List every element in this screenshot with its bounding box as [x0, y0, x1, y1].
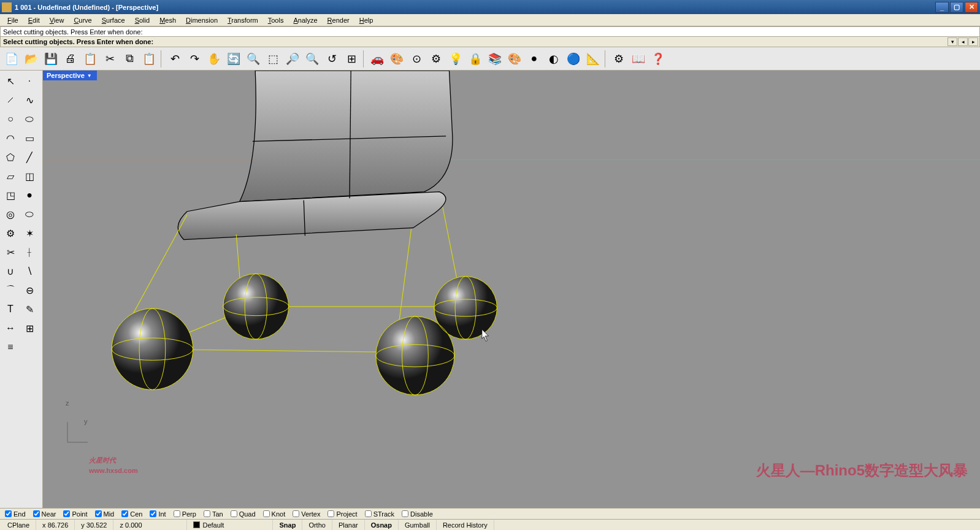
fillet-icon[interactable]: ⌒ — [1, 281, 20, 299]
cmd-dropdown-button[interactable]: ▾ — [947, 37, 957, 46]
menu-surface[interactable]: Surface — [97, 15, 130, 25]
sphere-icon[interactable]: ● — [20, 186, 39, 204]
lock-icon[interactable]: 🔒 — [466, 50, 484, 68]
layers-icon[interactable]: ≡ — [1, 338, 20, 356]
annotate-icon[interactable]: ✎ — [20, 300, 39, 318]
render-icon[interactable]: 🎨 — [388, 50, 406, 68]
menu-solid[interactable]: Solid — [130, 15, 155, 25]
curve-icon[interactable]: ∿ — [20, 91, 39, 109]
osnap-quad[interactable]: Quad — [231, 510, 256, 518]
pan-icon[interactable]: ✋ — [205, 50, 223, 68]
close-button[interactable]: ✕ — [965, 2, 978, 13]
arc-icon[interactable]: ◠ — [1, 129, 20, 147]
boolean-diff-icon[interactable]: ∖ — [20, 262, 39, 280]
trim-icon[interactable]: ✂ — [1, 243, 20, 261]
menu-mesh[interactable]: Mesh — [155, 15, 181, 25]
point-icon[interactable]: · — [20, 72, 39, 90]
cut-icon[interactable]: ✂ — [101, 50, 119, 68]
menu-render[interactable]: Render — [323, 15, 354, 25]
osnap-end[interactable]: End — [5, 510, 26, 518]
menu-curve[interactable]: Curve — [69, 15, 96, 25]
save-icon[interactable]: 💾 — [42, 50, 60, 68]
question-icon[interactable]: ❓ — [649, 50, 667, 68]
polyline-icon[interactable]: ⟋ — [1, 91, 20, 109]
viewport[interactable]: Perspective ▼ — [43, 71, 980, 508]
menu-dimension[interactable]: Dimension — [181, 15, 223, 25]
help-icon[interactable]: 📖 — [629, 50, 648, 68]
osnap-int[interactable]: Int — [150, 510, 166, 518]
explode-icon[interactable]: ✶ — [20, 224, 39, 242]
rectangle-icon[interactable]: ▭ — [20, 129, 39, 147]
pointer-icon[interactable]: ↖ — [1, 72, 20, 90]
osnap-strack[interactable]: STrack — [365, 510, 394, 518]
zoom-extents-icon[interactable]: 🔎 — [283, 50, 302, 68]
circle-icon[interactable]: ○ — [1, 110, 20, 128]
zoom-icon[interactable]: 🔍 — [244, 50, 262, 68]
new-icon[interactable]: 📄 — [2, 50, 21, 68]
options-icon[interactable]: ⚙ — [427, 50, 445, 68]
text-icon[interactable]: T — [1, 300, 20, 318]
dimension-icon[interactable]: ↔ — [1, 319, 20, 337]
pipe-icon[interactable]: ⬭ — [20, 205, 39, 223]
osnap-cen[interactable]: Cen — [121, 510, 142, 518]
polygon-icon[interactable]: ⬠ — [1, 148, 20, 166]
shade-render-icon[interactable]: 🔵 — [564, 50, 583, 68]
copy-icon[interactable]: ⧉ — [120, 50, 139, 68]
properties-icon[interactable]: 📐 — [584, 50, 602, 68]
menu-help[interactable]: Help — [354, 15, 378, 25]
four-view-icon[interactable]: ⊞ — [342, 50, 361, 68]
rotate-view-icon[interactable]: 🔄 — [224, 50, 243, 68]
zoom-sel-icon[interactable]: 🔍 — [303, 50, 321, 68]
osnap-tan[interactable]: Tan — [204, 510, 223, 518]
grid-icon[interactable]: ⊞ — [20, 319, 39, 337]
viewport-label[interactable]: Perspective ▼ — [43, 71, 97, 80]
menu-view[interactable]: View — [45, 15, 69, 25]
status-snap[interactable]: Snap — [273, 520, 302, 530]
extrude-icon[interactable]: ◫ — [20, 167, 39, 185]
difference-icon[interactable]: ⊖ — [20, 281, 39, 299]
redo-icon[interactable]: ↷ — [185, 50, 204, 68]
minimize-button[interactable]: _ — [935, 2, 949, 13]
menu-tools[interactable]: Tools — [263, 15, 289, 25]
color-wheel-icon[interactable]: 🎨 — [505, 50, 524, 68]
line-icon[interactable]: ╱ — [20, 148, 39, 166]
camera-icon[interactable]: ⊙ — [407, 50, 426, 68]
cmd-prev-button[interactable]: ◂ — [958, 37, 968, 46]
menu-transform[interactable]: Transform — [223, 15, 263, 25]
menu-analyze[interactable]: Analyze — [288, 15, 322, 25]
ellipse-icon[interactable]: ⬭ — [20, 110, 39, 128]
open-icon[interactable]: 📂 — [22, 50, 40, 68]
torus-icon[interactable]: ◎ — [1, 205, 20, 223]
car-icon[interactable]: 🚗 — [368, 50, 386, 68]
gear-icon[interactable]: ⚙ — [610, 50, 628, 68]
copy-clip-icon[interactable]: 📋 — [81, 50, 99, 68]
zoom-window-icon[interactable]: ⬚ — [264, 50, 282, 68]
status-layer[interactable]: Default — [187, 520, 273, 530]
shade-gray-icon[interactable]: ● — [525, 50, 543, 68]
command-input[interactable] — [156, 38, 947, 45]
osnap-near[interactable]: Near — [33, 510, 56, 518]
osnap-project[interactable]: Project — [327, 510, 357, 518]
osnap-vertex[interactable]: Vertex — [293, 510, 320, 518]
status-osnap[interactable]: Osnap — [365, 520, 399, 530]
osnap-disable[interactable]: Disable — [402, 510, 433, 518]
box-icon[interactable]: ◳ — [1, 186, 20, 204]
menu-file[interactable]: File — [2, 15, 23, 25]
split-icon[interactable]: ⟊ — [20, 243, 39, 261]
status-ortho[interactable]: Ortho — [302, 520, 332, 530]
undo-view-icon[interactable]: ↺ — [323, 50, 341, 68]
print-icon[interactable]: 🖨 — [61, 50, 80, 68]
layers-icon[interactable]: 📚 — [486, 50, 504, 68]
osnap-mid[interactable]: Mid — [95, 510, 115, 518]
paste-icon[interactable]: 📋 — [140, 50, 158, 68]
status-gumball[interactable]: Gumball — [399, 520, 437, 530]
osnap-point[interactable]: Point — [63, 510, 87, 518]
osnap-knot[interactable]: Knot — [263, 510, 286, 518]
osnap-perp[interactable]: Perp — [174, 510, 196, 518]
gear-icon[interactable]: ⚙ — [1, 224, 20, 242]
light-icon[interactable]: 💡 — [446, 50, 465, 68]
boolean-union-icon[interactable]: ∪ — [1, 262, 20, 280]
status-record-history[interactable]: Record History — [437, 520, 494, 530]
cmd-next-button[interactable]: ▸ — [968, 37, 978, 46]
menu-edit[interactable]: Edit — [23, 15, 45, 25]
